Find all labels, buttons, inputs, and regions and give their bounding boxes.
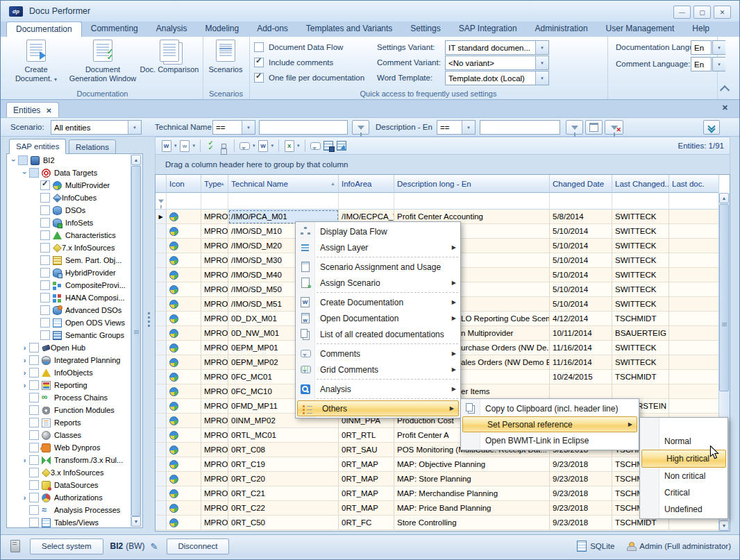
dropdown-documentation-language[interactable]: En: [691, 40, 712, 55]
filter-row-cell[interactable]: [167, 193, 201, 210]
tree-item-infosets[interactable]: InfoSets: [7, 217, 142, 229]
technical-name-operator-dropdown[interactable]: == ▼: [212, 120, 255, 135]
chevron-down-icon[interactable]: ▼: [535, 41, 548, 54]
tree-item-semantic-groups[interactable]: Semantic Groups: [7, 329, 142, 341]
dropdown-arrow-icon[interactable]: ▾: [271, 143, 274, 149]
checkbox-unchecked-icon[interactable]: [29, 518, 39, 527]
checkbox-unchecked-icon[interactable]: [254, 42, 264, 52]
menu-item-undefined[interactable]: Undefined: [640, 501, 728, 518]
word-export-button[interactable]: W: [258, 140, 269, 152]
scenario-dropdown[interactable]: All entities ▼: [51, 120, 142, 135]
tree-item-web-dynpros[interactable]: Web Dynpros: [7, 441, 142, 454]
column-header-technical-name[interactable]: Technical Name▲: [228, 175, 339, 193]
menu-item-create-documentation[interactable]: Create Documentation▶: [296, 294, 460, 310]
checkbox-unchecked-icon[interactable]: [29, 393, 39, 402]
dropdown-arrow-icon[interactable]: ▾: [193, 143, 196, 149]
comment-add-button[interactable]: [239, 140, 251, 152]
panel-splitter[interactable]: [143, 139, 155, 528]
menu-item-scenario-assignment-and-usage[interactable]: Scenario Assignment and Usage: [296, 259, 460, 275]
ribbon-tab-analysis[interactable]: Analysis: [147, 22, 196, 37]
tree-item-reports[interactable]: Reports: [7, 416, 142, 429]
checkbox-unchecked-icon[interactable]: [40, 193, 50, 203]
tree-item-transform-3-x-rul[interactable]: ›Transform./3.x Rul...: [7, 454, 142, 466]
checkbox-partial-icon[interactable]: [29, 168, 39, 178]
ribbon-checkbox-one-file-per-documentation[interactable]: One file per documentation: [254, 72, 364, 83]
scroll-up-icon[interactable]: ▲: [131, 155, 141, 165]
dropdown-settings-variant[interactable]: IT standard documen...▼: [445, 40, 549, 55]
tree-item-classes[interactable]: Classes: [7, 429, 142, 441]
column-header-description-long-en[interactable]: Description long - En: [394, 175, 550, 193]
checkbox-unchecked-icon[interactable]: [29, 418, 39, 427]
checkbox-unchecked-icon[interactable]: [29, 493, 39, 502]
checkbox-unchecked-icon[interactable]: [29, 455, 39, 465]
chevron-down-icon[interactable]: ▼: [462, 121, 475, 134]
chevron-down-icon[interactable]: ▼: [535, 71, 548, 85]
checkbox-unchecked-icon[interactable]: [29, 505, 39, 515]
word-open-button[interactable]: w: [179, 140, 191, 152]
checkbox-unchecked-icon[interactable]: [29, 380, 39, 390]
checkbox-unchecked-icon[interactable]: [29, 430, 39, 440]
table-row[interactable]: MPRO0RT_C200RT_MAPMAP: Store Planning9/2…: [155, 472, 719, 486]
filter-row-cell[interactable]: [669, 193, 719, 210]
dropdown-arrow-comment-language[interactable]: ▼: [712, 57, 725, 71]
ribbon-tab-templates-and-variants[interactable]: Templates and Variants: [297, 22, 402, 37]
expanded-arrow-icon[interactable]: ›: [22, 169, 28, 178]
ribbon-checkbox-include-comments[interactable]: Include comments: [254, 57, 333, 68]
chevron-down-icon[interactable]: ▼: [535, 56, 548, 69]
checkbox-unchecked-icon[interactable]: [29, 468, 39, 477]
checkbox-unchecked-icon[interactable]: [40, 293, 50, 303]
menu-item-display-data-flow[interactable]: Display Data Flow: [296, 223, 460, 239]
tree-item-advanced-dsos[interactable]: Advanced DSOs: [7, 304, 142, 316]
checkbox-unchecked-icon[interactable]: [40, 318, 50, 328]
chevron-down-icon[interactable]: ▼: [713, 58, 725, 71]
menu-item-copy-to-clipboard-incl-header-line[interactable]: Copy to Clipboard (incl. header line): [461, 400, 639, 416]
ribbon-tab-modeling[interactable]: Modeling: [196, 22, 248, 37]
tree-scroll-thumb[interactable]: [131, 166, 141, 516]
chevron-down-icon[interactable]: ▼: [128, 121, 141, 134]
checkbox-checked-icon[interactable]: [40, 180, 50, 190]
dropdown-comment-language[interactable]: En: [691, 57, 712, 71]
menu-item-non-critical[interactable]: Non critical: [640, 468, 728, 484]
column-header-last-doc[interactable]: Last doc.: [669, 175, 719, 193]
checkbox-unchecked-icon[interactable]: [40, 280, 50, 290]
checkbox-unchecked-icon[interactable]: [40, 218, 50, 228]
tab-entities[interactable]: Entities ✕: [6, 102, 59, 118]
scroll-down-icon[interactable]: ▼: [131, 516, 141, 527]
tree-item-reporting[interactable]: ›Reporting: [7, 379, 142, 391]
tree-item-compositeprovi[interactable]: CompositeProvi...: [7, 279, 142, 291]
menu-item-set-personal-reference[interactable]: Set Personal reference▶: [462, 416, 637, 432]
tree-item-dsos[interactable]: DSOs: [7, 204, 142, 217]
checkbox-unchecked-icon[interactable]: [40, 305, 50, 315]
dropdown-arrow-icon[interactable]: ▾: [174, 143, 177, 149]
menu-item-comments[interactable]: Comments▶: [296, 346, 460, 362]
collapsed-arrow-icon[interactable]: ›: [20, 357, 29, 364]
close-panel-icon[interactable]: ✕: [722, 103, 728, 112]
word-create-button[interactable]: W: [160, 140, 172, 152]
clear-filter-button[interactable]: ✕: [605, 120, 623, 135]
collapse-filter-button[interactable]: [703, 120, 720, 135]
collapsed-arrow-icon[interactable]: ›: [20, 494, 29, 501]
menu-item-open-bwmt-link-in-eclipse[interactable]: Open BWMT-Link in Eclipse: [461, 432, 639, 448]
close-tab-icon[interactable]: ✕: [46, 107, 51, 114]
checkbox-unchecked-icon[interactable]: [29, 443, 39, 452]
column-header-infoarea[interactable]: InfoArea: [339, 175, 394, 193]
menu-item-assign-layer[interactable]: Assign Layer▶: [296, 239, 460, 255]
column-header-last-changed[interactable]: Last Changed...: [612, 175, 669, 193]
dropdown-arrow-documentation-language[interactable]: ▼: [712, 40, 725, 55]
menu-item-analysis[interactable]: Analysis▶: [296, 381, 460, 397]
scroll-down-icon[interactable]: ▼: [719, 520, 729, 531]
filter-row-cell[interactable]: [339, 193, 394, 210]
filter-row-cell[interactable]: [394, 193, 550, 210]
tree-item-function-modules[interactable]: Function Modules: [7, 404, 142, 416]
tree-item-process-chains[interactable]: Process Chains: [7, 391, 142, 404]
menu-item-assign-scenario[interactable]: Assign Scenario▶: [296, 275, 460, 291]
tree-item-7-x-infosources[interactable]: 7.x InfoSources: [7, 241, 142, 254]
create-document-button[interactable]: Create Document.▾: [5, 40, 67, 91]
technical-name-filter-button[interactable]: [352, 120, 369, 135]
checkbox-partial-icon[interactable]: [18, 155, 28, 165]
checkbox-unchecked-icon[interactable]: [40, 205, 50, 215]
table-row[interactable]: MPRO0RT_C500RT_FCStore Controlling9/23/2…: [155, 516, 719, 530]
menu-item-critical[interactable]: Critical: [640, 484, 728, 501]
document-generation-window-button[interactable]: Document Generation Window: [69, 40, 137, 91]
checkbox-unchecked-icon[interactable]: [29, 368, 39, 377]
